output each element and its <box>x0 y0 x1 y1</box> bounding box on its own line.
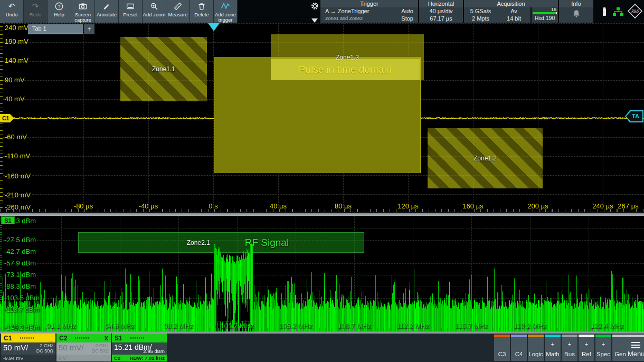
c2-offset: 0 V <box>56 355 111 361</box>
logic-label: Logic <box>528 351 544 357</box>
x-axis-label: 115.7 MHz <box>449 322 494 330</box>
grid-line-vertical <box>603 23 603 208</box>
menu-button[interactable]: Menu <box>628 335 644 361</box>
rohde-schwarz-logo: R&S <box>627 3 643 21</box>
grid-line-horizontal <box>3 175 644 176</box>
pulse-annotation: Pulse in time domain <box>271 59 420 80</box>
preset-label: Preset <box>123 12 137 17</box>
y-axis-label: -160 mV <box>5 172 31 180</box>
rf-signal-annotation: RF Signal <box>245 237 289 249</box>
c3-label: C3 <box>494 351 510 357</box>
y-axis-label: -42.7 dBm <box>4 247 36 255</box>
math-button[interactable]: + Math <box>545 335 561 361</box>
y-axis-label: -27.5 dBm <box>4 236 36 244</box>
c4-color-strip <box>511 335 527 337</box>
menu-color-strip <box>628 335 644 337</box>
zone-zone1-1[interactable]: Zone1.1 <box>120 37 207 101</box>
trigger-position-marker[interactable] <box>208 23 220 31</box>
minimize-icon[interactable]: _ <box>50 335 53 341</box>
close-icon[interactable]: X <box>105 335 108 341</box>
grid-line-horizontal <box>3 275 644 275</box>
trigger-panel[interactable]: Trigger A → ZoneTrigger Auto Zone1 and Z… <box>320 0 418 23</box>
y-axis-label: -118.7 dBm <box>4 306 39 313</box>
undo-label: Undo <box>6 12 18 17</box>
horizontal-panel[interactable]: Horizontal 40 µs/div 67.17 µs <box>419 0 463 23</box>
s1-source: C2 <box>114 355 120 361</box>
zone-label: Zone1.2 <box>473 155 497 162</box>
logic-color-strip <box>528 335 544 337</box>
menu-label: Menu <box>628 350 644 358</box>
grid-line-horizontal <box>3 228 644 229</box>
trigger-level-flag[interactable]: TA <box>625 110 643 122</box>
grid-line-horizontal <box>3 310 644 310</box>
measure-button[interactable]: Measure <box>166 0 190 23</box>
c1-channel-marker[interactable]: C1 <box>0 114 14 122</box>
spectrum-graticule[interactable]: Zone2.1 RF Signal -12.3 dBm-27.5 dBm-42.… <box>0 216 644 331</box>
zone-zone1-2[interactable]: Zone1.2 <box>428 128 543 188</box>
svg-text:?: ? <box>58 4 60 9</box>
add-zoom-button[interactable]: Add zoom <box>143 0 166 23</box>
spec-color-strip <box>595 335 611 337</box>
trigger-source: A → ZoneTrigger <box>325 7 369 15</box>
help-button[interactable]: ? Help <box>48 0 71 23</box>
preset-icon <box>126 1 135 12</box>
hamburger-menu-icon <box>631 342 640 350</box>
redo-label: Redo <box>30 12 42 17</box>
tab-1[interactable]: Tab 1 <box>28 24 83 34</box>
add-tab-button[interactable]: + <box>84 24 94 34</box>
redo-button[interactable]: ↷ Redo <box>24 0 48 23</box>
y-axis-label: -103.5 dBm <box>4 294 40 302</box>
y-axis-label: 90 mV <box>5 76 25 84</box>
horizontal-panel-title: Horizontal <box>419 0 463 7</box>
c1-bandwidth: 2 GHz <box>40 343 53 348</box>
x-axis-label: 112.2 MHz <box>391 322 435 330</box>
c1-signal-badge[interactable]: C1 _ 50 mV/ 2 GHz DC 50Ω -9.94 mV <box>1 334 55 362</box>
plus-icon: + <box>595 341 611 347</box>
c4-label: C4 <box>511 351 527 357</box>
annotate-button[interactable]: Annotate <box>95 0 119 23</box>
c1-coupling: DC 50Ω <box>36 348 53 354</box>
delete-label: Delete <box>194 12 209 17</box>
ref-button[interactable]: + Ref <box>579 335 594 361</box>
history-progress-bar <box>533 12 557 14</box>
drag-grip-icon[interactable] <box>20 337 34 339</box>
c1-badge-name: C1 <box>4 335 12 342</box>
preset-button[interactable]: Preset <box>119 0 143 23</box>
bus-button[interactable]: + Bus <box>562 335 577 361</box>
drag-grip-icon[interactable] <box>130 337 144 339</box>
x-axis-label: 108.7 MHz <box>332 322 376 330</box>
acquisition-values: 5 GSa/s 2 Mpts Av 14 bit <box>464 7 531 23</box>
history-block[interactable]: 16 Hist 190 <box>532 7 558 23</box>
screen-capture-button[interactable]: Screen capture <box>71 0 95 23</box>
delete-button[interactable]: Delete <box>190 0 214 23</box>
add-zone-trigger-button[interactable]: Add zone trigger <box>214 0 238 23</box>
grid-line-vertical <box>83 23 84 208</box>
notification-bell-icon[interactable] <box>559 8 593 21</box>
acquisition-record-length: 2 Mpts <box>464 15 497 22</box>
time-domain-graticule[interactable]: Zone1.1Zone1.3Zone1.2Pulse in time domai… <box>0 23 644 213</box>
trash-icon <box>197 1 206 12</box>
zone-zone2-1[interactable]: Zone2.1 RF Signal <box>78 232 364 253</box>
c4-button[interactable]: C4 <box>511 335 527 361</box>
ruler-icon <box>173 1 183 12</box>
gear-icon[interactable] <box>310 2 319 13</box>
s1-signal-badge[interactable]: S1 _ 15.21 dBm/ 2.95 dBm C2 RBW: 7.01 kH… <box>112 334 167 362</box>
s1-spectrum-badge[interactable]: S1 <box>1 216 15 224</box>
signal-bar: C1 _ 50 mV/ 2 GHz DC 50Ω -9.94 mV C2 X 5… <box>0 334 644 362</box>
top-toolbar-bar: ↶ Undo ↷ Redo ? Help Screen capture Anno… <box>0 0 644 23</box>
acquisition-resolution: 14 bit <box>497 15 531 22</box>
screen-capture-label: Screen capture <box>74 12 91 22</box>
acquisition-sample-rate: 5 GSa/s <box>464 7 497 15</box>
x-axis-label: 105.2 MHz <box>273 322 318 330</box>
undo-button[interactable]: ↶ Undo <box>0 0 24 23</box>
drag-grip-icon[interactable] <box>75 337 89 339</box>
logic-button[interactable]: Logic <box>528 335 544 361</box>
acquisition-mode: Av <box>497 7 531 15</box>
gen-button[interactable]: Gen <box>612 335 628 361</box>
spec-button[interactable]: + Spec <box>595 335 611 361</box>
c3-color-strip <box>494 335 510 337</box>
info-panel[interactable]: Info <box>559 0 593 23</box>
c3-button[interactable]: C3 <box>494 335 510 361</box>
minimize-icon[interactable]: _ <box>161 335 164 341</box>
c2-signal-badge[interactable]: C2 X 50 mV/ 2 GHz DC 50Ω 0 V <box>56 334 111 362</box>
